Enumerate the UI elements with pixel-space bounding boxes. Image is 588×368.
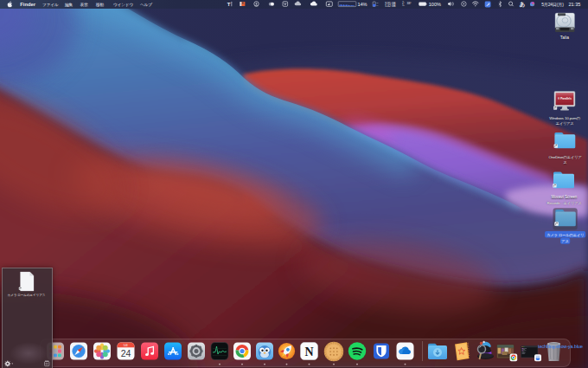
svg-text:Recorde....エイリアス: Recorde....エイリアス bbox=[547, 201, 582, 205]
svg-text:表示: 表示 bbox=[80, 2, 88, 7]
svg-text:Talia: Talia bbox=[560, 35, 570, 40]
svg-text:⠿ Parallels: ⠿ Parallels bbox=[558, 97, 572, 100]
svg-text:U:: U: bbox=[377, 2, 380, 3]
svg-text:100%: 100% bbox=[429, 2, 441, 7]
svg-text:ファイル: ファイル bbox=[42, 3, 59, 7]
svg-text:ス: ス bbox=[563, 160, 567, 165]
svg-text:14%: 14% bbox=[357, 2, 367, 7]
svg-text:F:: F: bbox=[377, 4, 379, 6]
svg-text:カメラ ロールのエイリアス: カメラ ロールのエイリアス bbox=[7, 293, 45, 297]
svg-text:5↓: 5↓ bbox=[402, 3, 405, 7]
svg-text:24: 24 bbox=[121, 348, 131, 358]
svg-text:Finder: Finder bbox=[20, 2, 35, 7]
svg-text:5.42 GB: 5.42 GB bbox=[385, 4, 396, 8]
svg-text:T: T bbox=[227, 2, 231, 7]
svg-text:アス: アス bbox=[561, 239, 569, 243]
svg-text:OneDriveのエイリア: OneDriveのエイリア bbox=[549, 155, 583, 159]
svg-text:N: N bbox=[304, 345, 313, 358]
svg-text:あ: あ bbox=[520, 1, 526, 8]
svg-text:21:35: 21:35 bbox=[568, 2, 580, 7]
svg-text:5月: 5月 bbox=[124, 344, 128, 347]
svg-text:Windows 10.pvmの: Windows 10.pvmの bbox=[549, 116, 580, 120]
svg-text:ウインドウ: ウインドウ bbox=[113, 3, 133, 7]
svg-text:移動: 移動 bbox=[95, 3, 104, 8]
svg-text:Movavi Screen: Movavi Screen bbox=[552, 195, 578, 199]
svg-text:5月24日(月): 5月24日(月) bbox=[541, 2, 564, 8]
svg-text:編集: 編集 bbox=[65, 3, 73, 7]
svg-text:カメラ ロールのエイリ: カメラ ロールのエイリ bbox=[546, 233, 584, 237]
svg-text:エイリアス: エイリアス bbox=[556, 121, 574, 126]
svg-text:38°: 38° bbox=[407, 2, 412, 5]
svg-text:ヘルプ: ヘルプ bbox=[140, 3, 152, 7]
